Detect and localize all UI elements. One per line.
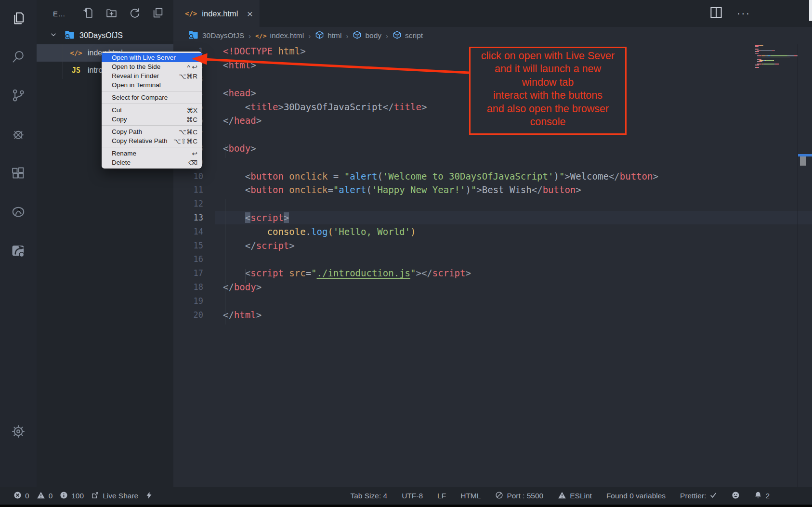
tab-label: index.html bbox=[202, 9, 238, 18]
code-token: " bbox=[559, 171, 564, 182]
html-file-icon: </> bbox=[70, 49, 82, 57]
code-token: Welcome bbox=[570, 171, 609, 182]
minimap-token bbox=[758, 57, 761, 58]
js-file-icon: JS bbox=[70, 66, 82, 75]
tree-item-root-folder[interactable]: 30DaysOfJS bbox=[37, 27, 173, 44]
tab-index-html[interactable]: </> index.html × bbox=[173, 0, 260, 27]
code-token bbox=[223, 102, 245, 112]
breadcrumb-item-body[interactable]: body bbox=[353, 30, 381, 41]
activity-item-explorer[interactable] bbox=[7, 8, 30, 31]
line-number: 15 bbox=[173, 241, 203, 250]
more-actions-icon[interactable]: ··· bbox=[737, 7, 750, 20]
activity-item-search[interactable] bbox=[7, 46, 30, 69]
menu-item-select-for-compare[interactable]: Select for Compare bbox=[102, 93, 202, 102]
menu-item-copy-path[interactable]: Copy Path⌥⌘C bbox=[102, 127, 202, 136]
annotation-line: click on open with Live Sever bbox=[471, 50, 625, 63]
activity-item-deploy[interactable] bbox=[7, 240, 30, 263]
status-item-utf-8[interactable]: UTF-8 bbox=[402, 492, 423, 500]
activity-item-live-share[interactable] bbox=[7, 201, 30, 224]
menu-item-rename[interactable]: Rename↩ bbox=[102, 149, 202, 158]
code-token: 'Happy New Year!' bbox=[372, 184, 465, 195]
explorer-icon bbox=[11, 11, 26, 27]
status-item-0[interactable]: 0 bbox=[37, 491, 53, 501]
code-line: 13 <script> bbox=[173, 211, 812, 225]
menu-item-open-in-terminal[interactable]: Open in Terminal bbox=[102, 80, 202, 90]
new-file-icon[interactable] bbox=[82, 7, 94, 21]
menu-item-copy[interactable]: Copy⌘C bbox=[102, 115, 202, 124]
indent-guide bbox=[245, 269, 246, 283]
code-token: = bbox=[327, 171, 344, 182]
menu-separator bbox=[102, 104, 202, 104]
code-token bbox=[223, 212, 245, 223]
breadcrumb-label: index.html bbox=[270, 31, 304, 40]
symbol-cube-icon bbox=[353, 30, 362, 41]
minimap-token bbox=[759, 65, 759, 65]
code-token: . bbox=[306, 226, 311, 237]
status-item-found-0-variables[interactable]: Found 0 variables bbox=[606, 492, 666, 500]
minimap-token bbox=[764, 64, 773, 65]
status-item-label: Port : 5500 bbox=[507, 492, 543, 500]
menu-item-label: Copy bbox=[112, 116, 186, 123]
activity-bar bbox=[0, 0, 37, 487]
line-number: 10 bbox=[173, 171, 203, 181]
code-line: 12 bbox=[173, 197, 812, 211]
vscode-window: E… 30DaysOfJS </>index.htmlJSintroductio… bbox=[0, 0, 812, 507]
activity-item-settings[interactable] bbox=[7, 421, 30, 444]
code-token: > bbox=[278, 102, 283, 112]
code-token: head bbox=[234, 115, 256, 126]
status-item-port-5500[interactable]: Port : 5500 bbox=[495, 491, 543, 501]
status-item-label: Prettier: bbox=[680, 492, 706, 500]
code-token: " bbox=[333, 184, 339, 195]
breadcrumb-item-html[interactable]: html bbox=[315, 30, 341, 41]
code-token bbox=[284, 268, 289, 278]
code-token: Best Wish bbox=[482, 184, 532, 195]
close-icon[interactable]: × bbox=[247, 9, 253, 19]
breadcrumb-label: 30DaysOfJS bbox=[202, 31, 244, 40]
line-number: 13 bbox=[173, 213, 203, 222]
new-folder-icon[interactable] bbox=[105, 7, 118, 21]
code-line: 19 bbox=[173, 294, 812, 308]
status-item-100[interactable]: 100 bbox=[60, 491, 84, 501]
menu-item-reveal-in-finder[interactable]: Reveal in Finder⌥⌘R bbox=[102, 71, 202, 80]
status-item-tab-size-4[interactable]: Tab Size: 4 bbox=[350, 492, 387, 500]
status-item-html[interactable]: HTML bbox=[460, 492, 481, 500]
menu-item-delete[interactable]: Delete⌫ bbox=[102, 158, 202, 167]
extensions-icon bbox=[11, 166, 26, 182]
activity-item-run-debug[interactable] bbox=[7, 124, 30, 147]
live-share-icon bbox=[11, 205, 26, 221]
menu-item-cut[interactable]: Cut⌘X bbox=[102, 105, 202, 115]
status-item-lightning-icon[interactable] bbox=[145, 491, 153, 502]
status-item-0[interactable]: 0 bbox=[13, 491, 29, 501]
menu-item-open-to-the-side[interactable]: Open to the Side^ ↩ bbox=[102, 62, 202, 71]
breadcrumb-item-30DaysOfJS[interactable]: 30DaysOfJS bbox=[188, 29, 244, 42]
code-token: > bbox=[416, 268, 421, 278]
scrollbar-separator bbox=[798, 44, 798, 487]
status-item-eslint[interactable]: ESLint bbox=[558, 491, 592, 501]
explorer-header: E… bbox=[37, 0, 173, 27]
menu-item-copy-relative-path[interactable]: Copy Relative Path⌥⇧⌘C bbox=[102, 136, 202, 145]
tree-root-label: 30DaysOfJS bbox=[79, 31, 123, 40]
code-token: < bbox=[223, 60, 228, 70]
menu-item-label: Open with Live Server bbox=[112, 54, 197, 61]
status-item-2[interactable]: 2 bbox=[754, 491, 770, 501]
status-item-live-share[interactable]: Live Share bbox=[91, 491, 138, 501]
menu-item-open-with-live-server[interactable]: Open with Live Server bbox=[102, 53, 202, 62]
status-item-smiley-icon[interactable] bbox=[732, 491, 740, 501]
minimap-token bbox=[774, 50, 775, 51]
code-token: 'Welcome to 30DaysOfJavaScript' bbox=[383, 171, 554, 182]
minimap-token bbox=[786, 57, 790, 58]
folder-icon bbox=[64, 29, 75, 42]
scrollbar-thumb[interactable] bbox=[800, 156, 806, 166]
activity-item-extensions[interactable] bbox=[7, 163, 30, 186]
minimap[interactable] bbox=[755, 45, 799, 68]
open-editors-icon[interactable] bbox=[152, 7, 164, 21]
breadcrumb-item-index-html[interactable]: </>index.html bbox=[255, 31, 304, 40]
activity-item-source-control[interactable] bbox=[7, 85, 30, 108]
code-line: 14 console.log('Hello, World') bbox=[173, 224, 812, 238]
split-editor-icon[interactable] bbox=[709, 5, 723, 22]
status-item-prettier-[interactable]: Prettier: bbox=[680, 491, 717, 501]
code-token: = bbox=[327, 184, 333, 195]
breadcrumb-item-script[interactable]: script bbox=[393, 30, 423, 41]
refresh-icon[interactable] bbox=[129, 7, 141, 21]
status-item-lf[interactable]: LF bbox=[437, 492, 446, 500]
